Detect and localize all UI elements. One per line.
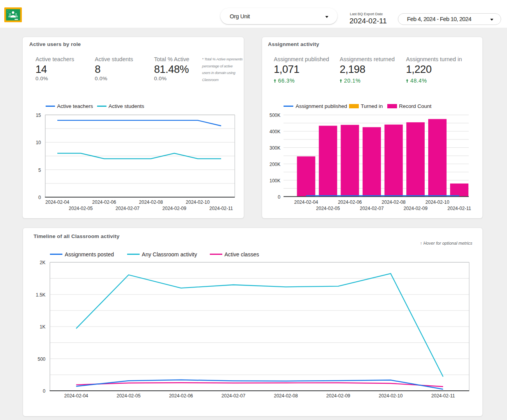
svg-text:2024-02-04: 2024-02-04	[294, 199, 318, 205]
svg-text:2024-02-05: 2024-02-05	[69, 206, 93, 211]
svg-text:2024-02-07: 2024-02-07	[360, 206, 384, 211]
svg-text:10: 10	[36, 140, 41, 145]
svg-text:2024-02-09: 2024-02-09	[162, 206, 186, 211]
svg-text:2024-02-09: 2024-02-09	[404, 206, 428, 211]
svg-text:2024-02-05: 2024-02-05	[117, 393, 141, 399]
svg-text:5: 5	[38, 168, 41, 173]
svg-text:2024-02-08: 2024-02-08	[274, 393, 298, 399]
svg-text:2024-02-08: 2024-02-08	[139, 199, 163, 205]
svg-text:2024-02-04: 2024-02-04	[45, 199, 69, 205]
svg-text:2024-02-11: 2024-02-11	[447, 206, 471, 211]
svg-text:0: 0	[43, 388, 46, 394]
svg-text:2024-02-04: 2024-02-04	[64, 393, 89, 399]
svg-text:0: 0	[278, 194, 280, 200]
svg-text:2024-02-11: 2024-02-11	[209, 206, 233, 211]
svg-text:0: 0	[38, 195, 41, 200]
svg-text:500: 500	[37, 356, 45, 362]
svg-text:100K: 100K	[269, 178, 280, 184]
svg-text:2024-02-10: 2024-02-10	[186, 199, 210, 205]
svg-text:1K: 1K	[40, 324, 46, 330]
svg-text:2024-02-10: 2024-02-10	[425, 199, 450, 205]
svg-text:2024-02-08: 2024-02-08	[382, 199, 406, 205]
svg-text:2024-02-05: 2024-02-05	[316, 206, 340, 211]
svg-text:15: 15	[36, 113, 41, 118]
svg-text:2024-02-06: 2024-02-06	[92, 199, 116, 205]
svg-text:1.5K: 1.5K	[36, 292, 46, 298]
svg-text:300K: 300K	[269, 145, 280, 151]
svg-text:2024-02-09: 2024-02-09	[326, 393, 351, 399]
svg-text:400K: 400K	[269, 129, 280, 134]
svg-text:2024-02-07: 2024-02-07	[222, 393, 246, 399]
svg-text:200K: 200K	[269, 162, 280, 167]
svg-text:2024-02-10: 2024-02-10	[379, 393, 403, 399]
svg-text:2024-02-07: 2024-02-07	[115, 206, 140, 211]
svg-text:2024-02-06: 2024-02-06	[169, 393, 193, 399]
svg-text:2K: 2K	[40, 260, 46, 265]
svg-text:500K: 500K	[269, 113, 280, 118]
svg-text:2024-02-11: 2024-02-11	[431, 393, 455, 399]
svg-text:2024-02-06: 2024-02-06	[338, 199, 362, 205]
